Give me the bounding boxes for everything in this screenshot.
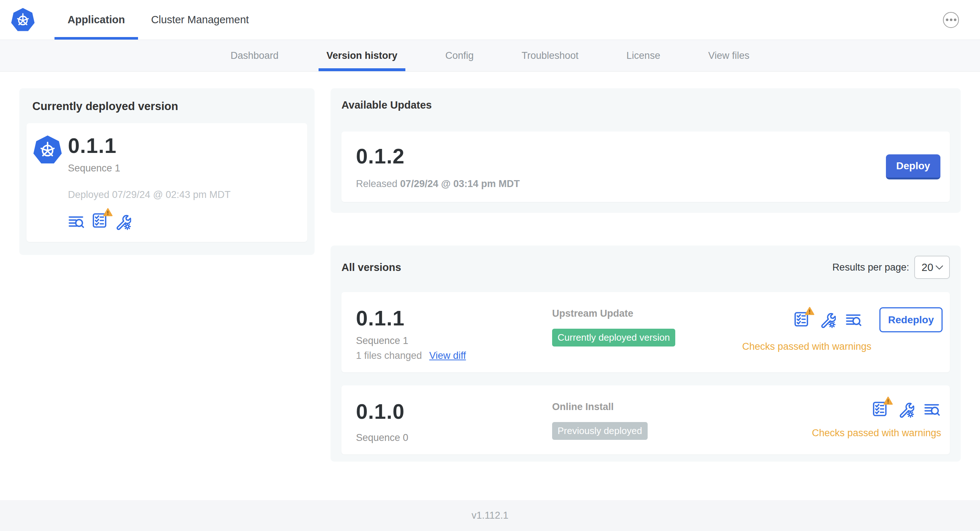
deploy-button[interactable]: Deploy [886, 154, 940, 180]
current-version-number: 0.1.1 [68, 133, 231, 157]
topbar-tabs: Application Cluster Management [54, 0, 262, 40]
current-version-actions [68, 212, 231, 230]
currently-deployed-title: Currently deployed version [32, 100, 307, 113]
subnav: Dashboard Version history Config Trouble… [0, 40, 980, 72]
left-column: Currently deployed version [19, 88, 315, 255]
tab-version-history[interactable]: Version history [318, 40, 406, 71]
version-number: 0.1.1 [356, 306, 552, 330]
app-logo [7, 0, 38, 40]
tab-dashboard[interactable]: Dashboard [223, 40, 286, 71]
deployed-status-badge: Previously deployed [552, 422, 648, 440]
version-info: 0.1.0 Sequence 0 [356, 399, 552, 444]
version-number: 0.1.0 [356, 399, 552, 423]
all-versions-header: All versions Results per page: 20 [341, 256, 950, 279]
available-updates-card: Available Updates 0.1.2 Released 07/29/2… [331, 88, 961, 213]
topbar-tab-cluster-management[interactable]: Cluster Management [138, 0, 262, 40]
current-version-deployed-date: Deployed 07/29/24 @ 02:43 pm MDT [68, 189, 231, 200]
warning-triangle-icon [805, 307, 815, 317]
chevron-down-icon [935, 265, 943, 270]
console-version: v1.112.1 [471, 510, 509, 521]
tab-troubleshoot[interactable]: Troubleshoot [514, 40, 587, 71]
current-version-sequence: Sequence 1 [68, 163, 231, 174]
warning-triangle-icon [883, 396, 893, 406]
version-info: 0.1.1 Sequence 1 1 files changed View di… [356, 306, 552, 361]
version-actions: Checks passed with warnings [812, 399, 943, 444]
version-row-0-1-1: 0.1.1 Sequence 1 1 files changed View di… [341, 292, 950, 372]
tab-config[interactable]: Config [438, 40, 482, 71]
config-wrench-icon[interactable] [819, 312, 836, 328]
files-changed-line: 1 files changed View diff [356, 350, 552, 361]
overflow-menu-button[interactable] [943, 12, 959, 28]
page: Application Cluster Management Dashboard… [0, 0, 980, 531]
view-logs-icon[interactable] [924, 401, 940, 418]
config-wrench-icon[interactable] [115, 213, 131, 230]
tab-view-files[interactable]: View files [700, 40, 758, 71]
tab-license[interactable]: License [619, 40, 668, 71]
update-row: 0.1.2 Released 07/29/24 @ 03:14 pm MDT D… [341, 132, 950, 202]
right-column: Available Updates 0.1.2 Released 07/29/2… [331, 88, 961, 462]
warning-triangle-icon [103, 208, 113, 218]
topbar-tab-application[interactable]: Application [54, 0, 138, 40]
config-wrench-icon[interactable] [897, 401, 914, 418]
kubernetes-logo-icon [33, 135, 62, 230]
update-version-number: 0.1.2 [356, 144, 520, 168]
version-source: Online Install Previously deployed [552, 399, 812, 444]
currently-deployed-version-card: 0.1.1 Sequence 1 Deployed 07/29/24 @ 02:… [27, 123, 307, 242]
results-per-page: Results per page: 20 [832, 256, 950, 279]
source-label: Upstream Update [552, 308, 742, 319]
version-source: Upstream Update Currently deployed versi… [552, 306, 742, 361]
released-prefix: Released [356, 178, 398, 189]
footer: v1.112.1 [0, 500, 980, 531]
topbar-right [943, 0, 980, 40]
view-logs-icon[interactable] [845, 312, 862, 328]
checks-status: Checks passed with warnings [812, 428, 941, 439]
results-per-page-value: 20 [921, 261, 933, 273]
preflight-checks-icon[interactable] [872, 401, 888, 419]
source-label: Online Install [552, 401, 812, 413]
files-changed-text: 1 files changed [356, 350, 422, 361]
ellipsis-icon [946, 19, 948, 21]
currently-deployed-card: Currently deployed version [19, 88, 315, 255]
version-sequence: Sequence 1 [356, 335, 552, 347]
actions-line [872, 401, 940, 419]
kubernetes-logo-icon [11, 7, 35, 33]
topbar-tab-application-label: Application [68, 14, 125, 26]
checks-status: Checks passed with warnings [742, 341, 872, 352]
current-version-body: 0.1.1 Sequence 1 Deployed 07/29/24 @ 02:… [68, 133, 231, 230]
update-info: 0.1.2 Released 07/29/24 @ 03:14 pm MDT [356, 144, 520, 189]
available-updates-title: Available Updates [341, 99, 950, 111]
preflight-checks-icon[interactable] [91, 212, 108, 230]
released-date: 07/29/24 @ 03:14 pm MDT [400, 178, 520, 189]
update-released-line: Released 07/29/24 @ 03:14 pm MDT [356, 178, 520, 189]
deployed-status-badge: Currently deployed version [552, 329, 675, 347]
view-diff-link[interactable]: View diff [430, 350, 466, 361]
version-row-0-1-0: 0.1.0 Sequence 0 Online Install Previous… [341, 385, 950, 455]
results-per-page-label: Results per page: [832, 262, 909, 273]
content: Currently deployed version [0, 72, 980, 500]
results-per-page-select[interactable]: 20 [914, 256, 950, 279]
topbar: Application Cluster Management [0, 0, 980, 40]
all-versions-title: All versions [341, 261, 401, 273]
topbar-tab-cluster-management-label: Cluster Management [151, 14, 249, 26]
redeploy-button[interactable]: Redeploy [880, 307, 943, 332]
view-logs-icon[interactable] [68, 213, 84, 230]
actions-line: Redeploy [793, 307, 943, 332]
version-sequence: Sequence 0 [356, 432, 552, 444]
preflight-checks-icon[interactable] [793, 311, 810, 329]
all-versions-card: All versions Results per page: 20 [331, 245, 961, 462]
version-actions: Redeploy Checks passed with warnings [742, 306, 943, 361]
